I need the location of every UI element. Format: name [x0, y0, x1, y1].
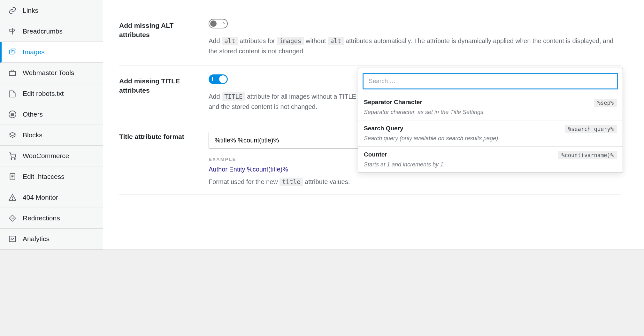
sidebar-item-label: 404 Monitor — [23, 194, 58, 201]
settings-content: Add missing ALT attributes Add alt attri… — [103, 0, 644, 249]
sidebar-item-others[interactable]: Others — [0, 104, 103, 125]
toolbox-icon — [8, 68, 17, 77]
title-toggle[interactable] — [209, 74, 228, 84]
sidebar-item-analytics[interactable]: Analytics — [0, 229, 103, 249]
variable-item-code: %sep% — [594, 99, 617, 107]
list-icon — [8, 110, 17, 119]
variable-item-description: Separator character, as set in the Title… — [364, 109, 617, 116]
link-icon — [8, 6, 17, 15]
signpost-icon — [8, 27, 17, 36]
blocks-icon — [8, 131, 17, 140]
svg-point-2 — [12, 50, 13, 51]
example-description: Format used for the new title attribute … — [209, 178, 621, 186]
sidebar-item-label: Edit robots.txt — [23, 90, 64, 97]
setting-label: Title attribute format — [119, 130, 193, 186]
variable-item-description: Starts at 1 and increments by 1. — [364, 161, 617, 168]
sidebar-item-label: Edit .htaccess — [23, 173, 65, 180]
svg-rect-3 — [9, 72, 16, 76]
svg-point-15 — [12, 199, 13, 200]
sidebar-item-breadcrumbs[interactable]: Breadcrumbs — [0, 21, 103, 42]
sidebar-item-images[interactable]: Images — [0, 42, 103, 63]
sidebar-item-label: Redirections — [23, 214, 60, 222]
analytics-icon — [8, 234, 17, 243]
sidebar-item-label: Webmaster Tools — [23, 69, 74, 77]
images-icon — [8, 48, 17, 57]
warning-icon — [8, 193, 17, 202]
sidebar-item-links[interactable]: Links — [0, 0, 103, 21]
variable-item-title: Separator Character — [364, 99, 422, 106]
variable-item-counter[interactable]: Counter %count(varname)% Starts at 1 and… — [358, 146, 623, 172]
sidebar-item-blocks[interactable]: Blocks — [0, 125, 103, 146]
sidebar-item-redirections[interactable]: Redirections — [0, 208, 103, 229]
setting-alt-attributes: Add missing ALT attributes Add alt attri… — [119, 10, 621, 65]
svg-point-9 — [14, 158, 15, 159]
variable-dropdown-popup: Separator Character %sep% Separator char… — [358, 68, 623, 173]
setting-label: Add missing ALT attributes — [119, 19, 193, 56]
file-text-icon — [8, 172, 17, 181]
file-icon — [8, 89, 17, 98]
sidebar-item-label: Analytics — [23, 235, 50, 243]
settings-sidebar: Links Breadcrumbs Images Webmaster Tools… — [0, 0, 103, 249]
sidebar-item-edit-robots[interactable]: Edit robots.txt — [0, 83, 103, 104]
variable-item-code: %count(varname)% — [558, 151, 617, 159]
variable-item-separator[interactable]: Separator Character %sep% Separator char… — [358, 94, 623, 120]
alt-toggle[interactable] — [209, 19, 228, 28]
variable-item-title: Counter — [364, 151, 387, 158]
sidebar-item-webmaster-tools[interactable]: Webmaster Tools — [0, 63, 103, 83]
alt-description: Add alt attributes for images without al… — [209, 36, 621, 56]
sidebar-item-woocommerce[interactable]: WooCommerce — [0, 146, 103, 166]
sidebar-item-edit-htaccess[interactable]: Edit .htaccess — [0, 166, 103, 187]
variable-item-code: %search_query% — [565, 125, 617, 133]
redirect-icon — [8, 214, 17, 223]
sidebar-item-label: Blocks — [23, 131, 42, 139]
svg-point-8 — [11, 158, 12, 159]
variable-item-description: Search query (only available on search r… — [364, 135, 617, 142]
sidebar-item-label: Images — [23, 48, 45, 56]
sidebar-item-label: Breadcrumbs — [23, 27, 63, 35]
cart-icon — [8, 151, 17, 160]
sidebar-item-label: Others — [23, 111, 43, 118]
setting-label: Add missing TITLE attributes — [119, 74, 193, 112]
variable-item-search-query[interactable]: Search Query %search_query% Search query… — [358, 120, 623, 146]
sidebar-item-label: Links — [23, 7, 38, 14]
sidebar-item-label: WooCommerce — [23, 152, 69, 160]
variable-item-title: Search Query — [364, 125, 403, 132]
variable-search-input[interactable] — [363, 73, 618, 89]
sidebar-item-404-monitor[interactable]: 404 Monitor — [0, 187, 103, 208]
